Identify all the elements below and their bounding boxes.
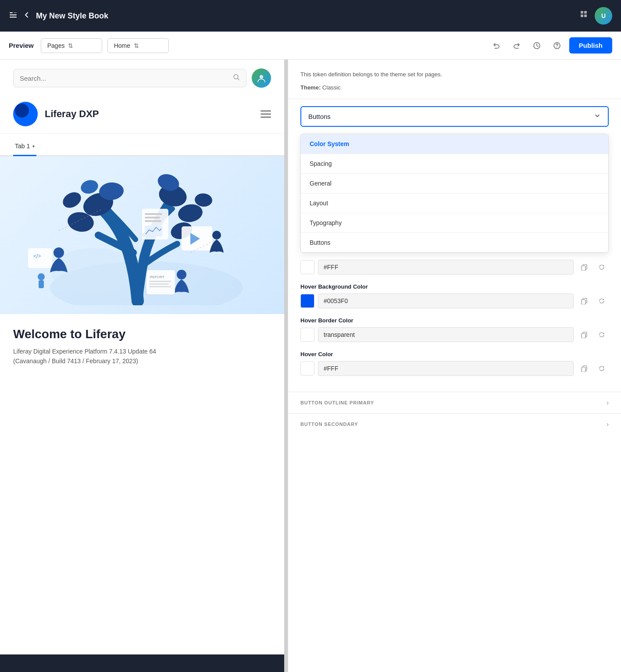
svg-text:</>: </> bbox=[33, 253, 41, 259]
dropdown-item-typography[interactable]: Typography bbox=[301, 213, 608, 233]
apps-grid-button[interactable] bbox=[580, 10, 589, 22]
svg-point-23 bbox=[194, 193, 213, 207]
main-layout: Liferay DXP Tab 1 ▾ bbox=[0, 60, 621, 672]
welcome-subtitle: Liferay Digital Experience Platform 7.4.… bbox=[13, 347, 271, 366]
reset-hover-bg-button[interactable] bbox=[595, 294, 609, 308]
svg-point-13 bbox=[260, 75, 263, 79]
history-button[interactable] bbox=[529, 38, 545, 54]
sidebar-toggle-button[interactable] bbox=[9, 11, 18, 21]
svg-rect-2 bbox=[10, 17, 17, 18]
reset-hover-border-button[interactable] bbox=[595, 328, 609, 342]
svg-rect-40 bbox=[146, 270, 175, 294]
right-header: This token definition belongs to the the… bbox=[288, 60, 621, 99]
pages-select[interactable]: Pages ⇅ bbox=[41, 38, 102, 53]
preview-label: Preview bbox=[9, 42, 34, 49]
svg-rect-1 bbox=[10, 14, 17, 15]
field-group-fff-above bbox=[300, 260, 609, 275]
svg-point-22 bbox=[60, 189, 84, 211]
theme-line: Theme: Classic bbox=[300, 83, 609, 92]
search-input[interactable] bbox=[20, 75, 229, 82]
preview-panel: Liferay DXP Tab 1 ▾ bbox=[0, 60, 284, 672]
svg-point-24 bbox=[79, 178, 100, 195]
dropdown-item-label: Buttons bbox=[310, 239, 330, 246]
dropdown-item-layout[interactable]: Layout bbox=[301, 193, 608, 213]
search-icon bbox=[233, 74, 240, 82]
button-outline-primary-label: BUTTON OUTLINE PRIMARY bbox=[300, 400, 374, 405]
svg-rect-6 bbox=[581, 14, 583, 17]
panel-divider[interactable] bbox=[284, 60, 288, 672]
color-input-fff-above[interactable] bbox=[318, 260, 574, 275]
hover-bg-color-label: Hover Background Color bbox=[300, 283, 609, 290]
svg-point-36 bbox=[212, 231, 221, 239]
top-navigation: My New Style Book U bbox=[0, 0, 621, 32]
color-input-hover-color[interactable] bbox=[318, 361, 574, 376]
dropdown-item-label: Color System bbox=[310, 140, 349, 147]
copy-hover-border-button[interactable] bbox=[577, 328, 591, 342]
tab-1[interactable]: Tab 1 ▾ bbox=[13, 137, 36, 156]
toolbar-actions: Publish bbox=[489, 37, 612, 54]
copy-hover-color-button[interactable] bbox=[577, 361, 591, 375]
category-select-area: Buttons bbox=[288, 99, 621, 134]
button-outline-primary-section[interactable]: BUTTON OUTLINE PRIMARY › bbox=[288, 392, 621, 413]
hover-color-label: Hover Color bbox=[300, 351, 609, 357]
copy-token-button[interactable] bbox=[577, 260, 591, 274]
field-row bbox=[300, 361, 609, 376]
nav-left: My New Style Book bbox=[9, 11, 573, 21]
category-select-button[interactable]: Buttons bbox=[300, 106, 609, 127]
dropdown-item-spacing[interactable]: Spacing bbox=[301, 154, 608, 174]
field-row bbox=[300, 327, 609, 342]
svg-rect-0 bbox=[10, 12, 13, 13]
user-avatar-preview[interactable] bbox=[252, 68, 271, 88]
dropdown-item-general[interactable]: General bbox=[301, 174, 608, 193]
svg-rect-42 bbox=[149, 281, 171, 282]
user-avatar[interactable]: U bbox=[595, 7, 612, 25]
preview-search-bar bbox=[0, 60, 284, 95]
button-secondary-section[interactable]: BUTTON SECONDARY › bbox=[288, 413, 621, 435]
dropdown-item-buttons[interactable]: Buttons bbox=[301, 233, 608, 252]
theme-value: Classic bbox=[322, 84, 341, 91]
hamburger-line-3 bbox=[261, 117, 271, 118]
pages-select-label: Pages bbox=[47, 42, 65, 49]
svg-rect-5 bbox=[584, 11, 587, 14]
field-group-hover-color: Hover Color bbox=[300, 351, 609, 376]
dropdown-item-label: Layout bbox=[310, 200, 328, 207]
svg-rect-4 bbox=[581, 11, 583, 14]
color-input-hover-border[interactable] bbox=[318, 327, 574, 342]
svg-rect-3 bbox=[14, 12, 17, 13]
publish-button[interactable]: Publish bbox=[569, 37, 612, 54]
nav-right: U bbox=[580, 7, 612, 25]
home-select[interactable]: Home ⇅ bbox=[107, 38, 169, 53]
home-select-label: Home bbox=[114, 42, 130, 49]
welcome-section: Welcome to Liferay Liferay Digital Exper… bbox=[0, 314, 284, 375]
reset-hover-color-button[interactable] bbox=[595, 361, 609, 375]
preview-content: Liferay DXP Tab 1 ▾ bbox=[0, 60, 284, 672]
color-swatch-hover-bg[interactable] bbox=[300, 294, 314, 308]
dropdown-item-color-system[interactable]: Color System bbox=[301, 134, 608, 154]
search-box bbox=[13, 69, 246, 87]
help-button[interactable] bbox=[549, 38, 565, 54]
category-select-chevron bbox=[594, 112, 601, 121]
color-swatch-hover-border[interactable] bbox=[300, 328, 314, 342]
back-button[interactable] bbox=[23, 11, 31, 21]
color-swatch-fff-above[interactable] bbox=[300, 260, 314, 274]
tab-area: Tab 1 ▾ bbox=[0, 137, 284, 156]
dropdown-item-label: Typography bbox=[310, 219, 342, 226]
hamburger-menu-button[interactable] bbox=[261, 111, 271, 118]
undo-button[interactable] bbox=[489, 38, 504, 54]
copy-hover-bg-button[interactable] bbox=[577, 294, 591, 308]
svg-rect-52 bbox=[582, 333, 585, 338]
color-swatch-hover-color[interactable] bbox=[300, 361, 314, 375]
svg-rect-7 bbox=[584, 14, 587, 17]
right-panel-inner: This token definition belongs to the the… bbox=[288, 60, 621, 435]
svg-rect-54 bbox=[582, 367, 585, 372]
toolbar: Preview Pages ⇅ Home ⇅ bbox=[0, 32, 621, 60]
color-input-hover-bg[interactable] bbox=[318, 293, 574, 308]
dropdown-item-label: Spacing bbox=[310, 160, 332, 167]
redo-button[interactable] bbox=[509, 38, 525, 54]
welcome-title: Welcome to Liferay bbox=[13, 327, 271, 341]
reset-token-button[interactable] bbox=[595, 260, 609, 274]
button-outline-primary-chevron: › bbox=[607, 399, 609, 406]
dropdown-menu: Color System Spacing General Layout Typo… bbox=[300, 134, 609, 253]
preview-bottom-bar bbox=[0, 654, 284, 672]
right-panel: This token definition belongs to the the… bbox=[288, 60, 621, 672]
